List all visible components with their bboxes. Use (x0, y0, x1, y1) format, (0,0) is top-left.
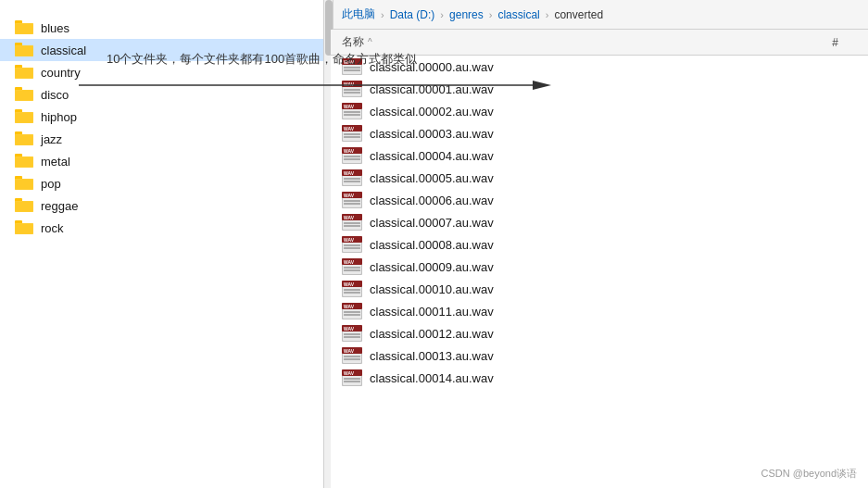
wav-file-icon: WAV (342, 236, 362, 253)
file-name-label: classical.00014.au.wav (370, 371, 494, 385)
file-name-label: classical.00008.au.wav (370, 238, 494, 252)
file-name-label: classical.00012.au.wav (370, 327, 494, 341)
svg-text:WAV: WAV (344, 126, 355, 131)
file-item[interactable]: WAV classical.00010.au.wav (331, 278, 868, 300)
svg-rect-82 (344, 200, 360, 202)
breadcrumb-sep-1: › (381, 9, 384, 20)
breadcrumb-item-drive[interactable]: Data (D:) (390, 8, 435, 21)
svg-rect-58 (344, 111, 360, 113)
wav-file-icon: WAV (342, 169, 362, 186)
file-name-label: classical.00013.au.wav (370, 349, 494, 363)
col-name-header[interactable]: 名称 ^ (342, 34, 811, 50)
svg-rect-83 (344, 203, 360, 205)
file-item[interactable]: WAV classical.00002.au.wav (331, 100, 868, 122)
wav-file-icon: WAV (342, 214, 362, 231)
file-item[interactable]: WAV classical.00013.au.wav (331, 344, 868, 367)
folder-label: reggae (41, 199, 78, 213)
svg-rect-53 (344, 92, 360, 94)
folder-item-rock[interactable]: rock (0, 217, 333, 239)
svg-rect-70 (344, 156, 360, 157)
svg-rect-118 (344, 333, 360, 335)
svg-rect-131 (344, 381, 360, 382)
folder-label: disco (41, 88, 69, 102)
svg-rect-65 (344, 136, 360, 138)
file-item[interactable]: WAV classical.00007.au.wav (331, 211, 868, 233)
svg-text:WAV: WAV (344, 215, 355, 220)
svg-rect-95 (344, 247, 360, 249)
file-item[interactable]: WAV classical.00003.au.wav (331, 122, 868, 144)
breadcrumb-sep-3: › (489, 9, 493, 20)
file-item[interactable]: WAV classical.00012.au.wav (331, 322, 868, 344)
left-panel: blues classical country disco hiphop jaz (0, 0, 333, 488)
file-name-label: classical.00006.au.wav (370, 194, 494, 207)
folder-label: classical (41, 44, 86, 57)
svg-rect-3 (16, 24, 32, 33)
wav-file-icon: WAV (342, 281, 362, 297)
svg-text:WAV: WAV (344, 193, 355, 198)
wav-file-icon: WAV (342, 192, 362, 208)
svg-rect-76 (344, 178, 360, 180)
right-panel: 名称 ^ # WAV classical.00000.au.wav WAV cl… (331, 30, 868, 488)
watermark: CSDN @beyond谈语 (761, 467, 857, 481)
file-name-label: classical.00001.au.wav (370, 82, 494, 96)
folder-label: rock (41, 221, 64, 235)
breadcrumb-sep-4: › (546, 9, 549, 20)
svg-rect-23 (16, 135, 32, 144)
folder-icon (15, 109, 33, 124)
file-name-label: classical.00004.au.wav (370, 149, 494, 163)
file-name-label: classical.00007.au.wav (370, 216, 494, 230)
folder-icon (15, 131, 33, 146)
svg-text:WAV: WAV (344, 81, 355, 87)
svg-rect-100 (344, 267, 360, 269)
breadcrumb-sep-2: › (440, 9, 444, 20)
file-name-label: classical.00002.au.wav (370, 105, 494, 119)
folder-item-hiphop[interactable]: hiphop (0, 106, 333, 128)
file-item[interactable]: WAV classical.00014.au.wav (331, 367, 868, 389)
svg-rect-124 (344, 356, 360, 357)
file-name-label: classical.00003.au.wav (370, 127, 494, 141)
folder-item-disco[interactable]: disco (0, 83, 333, 106)
svg-text:WAV: WAV (344, 370, 355, 376)
breadcrumb-item-classical[interactable]: classical (497, 8, 539, 21)
svg-rect-15 (16, 91, 32, 100)
wav-file-icon: WAV (342, 303, 362, 319)
svg-rect-59 (344, 114, 360, 116)
wav-file-icon: WAV (342, 103, 362, 119)
folder-item-pop[interactable]: pop (0, 172, 333, 194)
svg-rect-64 (344, 133, 360, 135)
svg-rect-47 (344, 69, 360, 71)
col-hash-header: # (811, 36, 838, 49)
svg-text:WAV: WAV (344, 304, 355, 309)
file-list: WAV classical.00000.au.wav WAV classical… (331, 56, 868, 488)
svg-rect-125 (344, 358, 360, 360)
svg-rect-35 (16, 202, 32, 211)
file-item[interactable]: WAV classical.00004.au.wav (331, 144, 868, 167)
file-item[interactable]: WAV classical.00005.au.wav (331, 167, 868, 189)
breadcrumb-item-genres[interactable]: genres (449, 8, 484, 21)
svg-text:WAV: WAV (344, 170, 355, 176)
folder-label: jazz (41, 132, 62, 146)
breadcrumb-item-pc[interactable]: 此电脑 (342, 6, 375, 22)
folder-label: country (41, 66, 81, 80)
folder-icon (15, 20, 33, 35)
svg-text:WAV: WAV (344, 348, 355, 354)
svg-rect-52 (344, 89, 360, 91)
file-item[interactable]: WAV classical.00011.au.wav (331, 300, 868, 322)
breadcrumb: 此电脑 › Data (D:) › genres › classical › c… (331, 0, 868, 30)
file-item[interactable]: WAV classical.00001.au.wav (331, 78, 868, 100)
svg-rect-31 (16, 180, 32, 189)
wav-file-icon: WAV (342, 147, 362, 164)
file-item[interactable]: WAV classical.00008.au.wav (331, 233, 868, 256)
svg-rect-89 (344, 225, 360, 227)
svg-rect-101 (344, 269, 360, 271)
folder-item-metal[interactable]: metal (0, 150, 333, 172)
folder-item-blues[interactable]: blues (0, 17, 333, 39)
svg-text:WAV: WAV (344, 237, 355, 243)
svg-rect-113 (344, 314, 360, 316)
svg-rect-71 (344, 158, 360, 160)
folder-item-jazz[interactable]: jazz (0, 128, 333, 150)
file-item[interactable]: WAV classical.00006.au.wav (331, 189, 868, 211)
svg-rect-7 (16, 46, 32, 56)
folder-item-reggae[interactable]: reggae (0, 194, 333, 217)
file-item[interactable]: WAV classical.00009.au.wav (331, 256, 868, 278)
